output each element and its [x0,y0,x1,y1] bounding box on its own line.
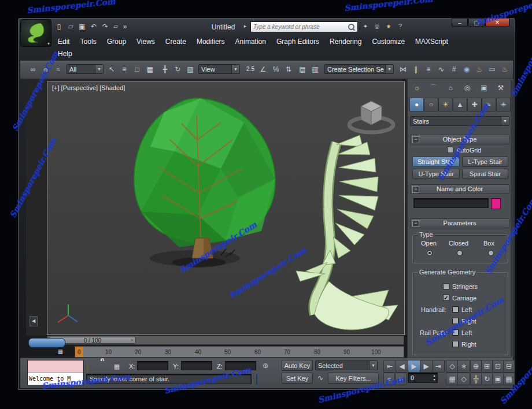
carriage-checkbox[interactable]: ✓ [443,295,449,301]
menu-edit[interactable]: Edit [53,36,75,47]
parameters-rollout-header[interactable]: − Parameters [410,218,509,228]
tab-hierarchy[interactable]: ⌂ [444,81,457,94]
name-color-rollout-header[interactable]: − Name and Color [410,184,509,194]
subtab-shapes[interactable]: ○ [424,98,438,111]
render-setup-icon[interactable]: ♨ [474,64,485,75]
viewport-layout-icon[interactable]: ▦ [56,348,65,356]
tab-create[interactable]: ☼ [410,81,424,94]
menu-views[interactable]: Views [131,36,160,47]
menu-rendering[interactable]: Rendering [324,36,367,47]
subtab-geometry[interactable]: ● [409,98,424,111]
auto-key-button[interactable]: Auto Key [282,360,313,371]
track-bar[interactable]: 0 10 20 30 40 50 60 70 80 90 100 [75,346,404,358]
y-coordinate-field[interactable] [181,361,212,370]
straight-stair-button[interactable]: Straight Stair [412,157,460,167]
go-to-start-icon[interactable]: ⇤ [383,360,396,373]
favorites-icon[interactable]: ★ [383,21,394,31]
listener-script-pane[interactable]: Welcome to M [28,373,83,385]
infocenter-collapse-icon[interactable]: ▸ [241,21,249,31]
menu-tools[interactable]: Tools [75,36,102,47]
mini-curve-editor-button[interactable] [28,338,65,348]
material-editor-icon[interactable]: ◉ [461,64,472,75]
edit-named-selection-sets-icon[interactable]: ▤ [297,64,308,75]
dropdown-arrow-icon[interactable]: ▼ [231,65,239,73]
viewcube[interactable] [349,101,393,132]
l-type-stair-button[interactable]: L-Type Stair [462,157,508,167]
menu-help[interactable]: Help [53,49,77,59]
z-coordinate-field[interactable] [225,361,256,370]
selection-filter-dropdown[interactable]: All ▼ [66,64,104,74]
infocenter-search-box[interactable] [250,21,358,32]
subtab-systems[interactable]: ✳ [496,98,511,111]
rail-path-right-checkbox[interactable] [452,341,459,347]
object-type-rollout-header[interactable]: − Object Type [410,135,509,144]
selection-set-keys-dropdown[interactable]: Selected ▼ [315,360,378,370]
previous-frame-icon[interactable]: ◀ [396,360,408,373]
object-color-swatch[interactable] [491,198,501,209]
pan-view-icon[interactable]: ╬ [470,373,482,385]
menu-create[interactable]: Create [160,36,191,47]
tab-modify[interactable]: ⌒ [427,81,441,94]
select-by-name-icon[interactable]: ≡ [119,64,130,75]
handrail-right-checkbox[interactable] [452,318,459,324]
sign-in-icon[interactable]: ✦ [360,21,371,31]
redo-icon[interactable]: ↷ [100,21,110,32]
zoom-icon[interactable]: ⊕ [470,360,482,373]
align-icon[interactable]: ∥ [410,64,422,75]
next-frame-nub-icon[interactable]: > [128,337,135,343]
offset-mode-toggle-icon[interactable]: ⊕ [260,360,271,371]
subtab-space-warps[interactable]: ≈ [482,98,496,111]
next-frame-icon[interactable]: ▶ [420,360,433,373]
type-open-radio[interactable] [427,250,433,256]
key-filters-button[interactable]: Key Filters... [328,373,379,384]
help-icon[interactable]: ? [395,21,405,31]
search-input[interactable] [252,23,346,31]
zoom-region-icon[interactable]: ⊟ [503,360,515,373]
tab-motion[interactable]: ◎ [460,81,474,94]
type-box-radio[interactable] [488,250,494,256]
named-selection-set-dropdown[interactable]: Create Selection Se ▼ [324,64,394,74]
project-folder-icon[interactable]: ▱ [112,21,120,32]
spiral-stair-button[interactable]: Spiral Stair [462,169,508,179]
set-key-filters-wave-icon[interactable]: ∿ [315,373,326,383]
current-time-field[interactable]: 0 ▴ ▾ [408,373,438,383]
layer-manager-icon[interactable]: ≡ [423,64,434,75]
snap-toggle-icon[interactable]: 2.5 [245,64,256,75]
select-and-rotate-icon[interactable]: ↻ [172,64,183,75]
search-icon[interactable] [348,24,354,30]
schematic-view-icon[interactable]: # [448,64,460,75]
save-file-icon[interactable]: ▣ [77,21,87,32]
dropdown-arrow-icon[interactable]: ▼ [95,65,103,73]
menu-graph-editors[interactable]: Graph Editors [271,36,324,47]
toolbar-overflow-icon[interactable]: » [121,21,129,32]
zoom-all-icon[interactable]: ⊞ [481,360,493,373]
dropdown-arrow-icon[interactable]: ▼ [369,361,377,370]
reference-coordinate-dropdown[interactable]: View ▼ [198,64,240,74]
tree-model[interactable] [134,98,275,258]
spinner-down-icon[interactable]: ▾ [431,378,437,382]
close-button[interactable]: × [485,18,509,27]
minimize-button[interactable]: – [452,18,468,27]
orbit-view-icon[interactable]: ↻ [481,373,493,385]
subtab-lights[interactable]: ☀ [438,98,453,111]
panel-scrollbar[interactable] [511,80,513,356]
u-type-stair-button[interactable]: U-Type Stair [412,169,460,179]
dope-sheet-icon[interactable]: ◇ [457,373,470,385]
autogrid-checkbox[interactable] [447,147,453,153]
tab-utilities[interactable]: ⚒ [494,81,508,94]
absolute-mode-icon[interactable]: ▦ [112,361,122,371]
left-panel-collapse-arrow[interactable]: ◀ [29,316,38,326]
select-and-scale-icon[interactable]: ▧ [184,64,196,75]
go-to-end-icon[interactable]: ⇥ [432,360,445,373]
next-key-icon[interactable]: » [395,373,407,385]
zoom-extents-icon[interactable]: ⊡ [492,360,504,373]
subtab-helpers[interactable]: ✚ [467,98,482,111]
time-spinner[interactable]: ▴ ▾ [431,374,437,382]
percent-snap-icon[interactable]: % [270,64,282,75]
stringers-checkbox[interactable] [443,283,449,289]
new-scene-icon[interactable]: ▯ [54,21,64,32]
select-and-link-icon[interactable]: ∞ [27,64,39,75]
window-crossing-icon[interactable]: ▦ [144,64,156,75]
rollout-collapse-icon[interactable]: − [412,186,419,193]
communication-center-icon[interactable]: ◎ [372,21,382,31]
